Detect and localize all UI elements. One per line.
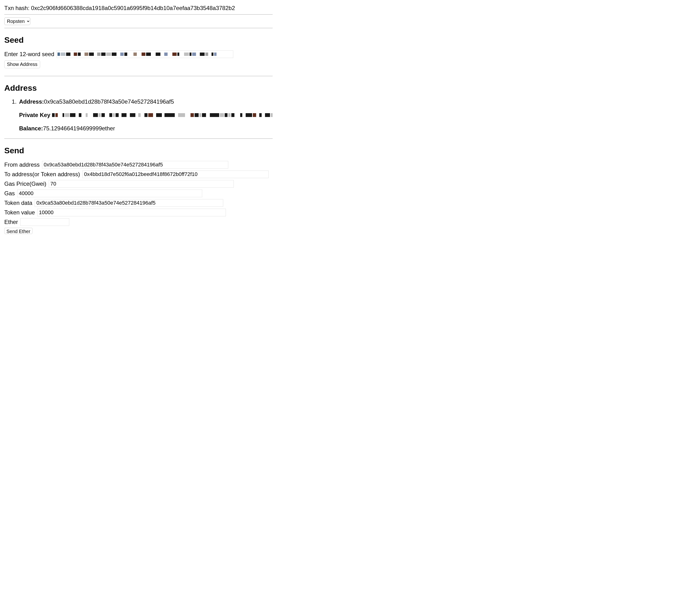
gas-input[interactable] bbox=[17, 189, 202, 197]
balance-unit: ether bbox=[102, 125, 115, 132]
divider bbox=[4, 139, 273, 139]
private-key-row: Private Key bbox=[19, 112, 273, 118]
ether-row: Ether bbox=[4, 218, 273, 226]
seed-row: Enter 12-word seed bbox=[4, 50, 273, 58]
show-address-row: Show Address bbox=[4, 61, 273, 68]
gas-price-input[interactable] bbox=[49, 180, 234, 188]
txn-hash-row: Txn hash: 0xc2c906fd6606388cda1918a0c590… bbox=[4, 5, 273, 12]
balance-value: 75.1294664194699999 bbox=[43, 125, 102, 132]
token-data-row: Token data bbox=[4, 199, 273, 207]
token-value-label: Token value bbox=[4, 209, 35, 216]
token-data-input[interactable] bbox=[35, 199, 223, 207]
to-address-row: To address(or Token address) bbox=[4, 170, 273, 178]
token-data-label: Token data bbox=[4, 200, 32, 206]
seed-input[interactable] bbox=[56, 50, 233, 58]
balance-label: Balance: bbox=[19, 125, 43, 132]
to-address-label: To address(or Token address) bbox=[4, 171, 80, 178]
from-address-input[interactable] bbox=[42, 161, 228, 169]
gas-price-row: Gas Price(Gwei) bbox=[4, 180, 273, 188]
from-address-label: From address bbox=[4, 161, 40, 168]
address-list-item: Address:0x9ca53a80ebd1d28b78f43a50e74e52… bbox=[18, 99, 273, 132]
divider bbox=[4, 14, 273, 15]
show-address-button[interactable]: Show Address bbox=[4, 61, 40, 68]
token-value-input[interactable] bbox=[37, 209, 226, 216]
gas-label: Gas bbox=[4, 190, 15, 197]
txn-hash-value: 0xc2c906fd6606388cda1918a0c5901a6995f9b1… bbox=[31, 5, 235, 11]
address-row: Address:0x9ca53a80ebd1d28b78f43a50e74e52… bbox=[19, 99, 273, 105]
redacted-private-key-icon bbox=[50, 113, 273, 117]
ether-input[interactable] bbox=[20, 218, 69, 226]
address-section: Address Address:0x9ca53a80ebd1d28b78f43a… bbox=[4, 83, 273, 132]
address-heading: Address bbox=[4, 83, 273, 93]
network-row: Ropsten bbox=[4, 15, 273, 27]
gas-price-label: Gas Price(Gwei) bbox=[4, 181, 46, 187]
to-address-input[interactable] bbox=[82, 170, 268, 178]
seed-label: Enter 12-word seed bbox=[4, 51, 54, 57]
txn-hash-label: Txn hash: bbox=[4, 5, 31, 11]
gas-row: Gas bbox=[4, 189, 273, 197]
send-button-row: Send Ether bbox=[4, 228, 273, 234]
send-heading: Send bbox=[4, 146, 273, 155]
address-value: 0x9ca53a80ebd1d28b78f43a50e74e527284196a… bbox=[44, 99, 174, 105]
from-address-row: From address bbox=[4, 161, 273, 169]
divider bbox=[4, 76, 273, 76]
ether-label: Ether bbox=[4, 219, 18, 225]
balance-row: Balance:75.1294664194699999ether bbox=[19, 125, 273, 132]
network-select[interactable]: Ropsten bbox=[4, 17, 30, 25]
token-value-row: Token value bbox=[4, 209, 273, 216]
send-ether-button[interactable]: Send Ether bbox=[4, 228, 32, 234]
private-key-label: Private Key bbox=[19, 112, 50, 118]
seed-heading: Seed bbox=[4, 35, 273, 45]
address-label: Address: bbox=[19, 99, 44, 105]
